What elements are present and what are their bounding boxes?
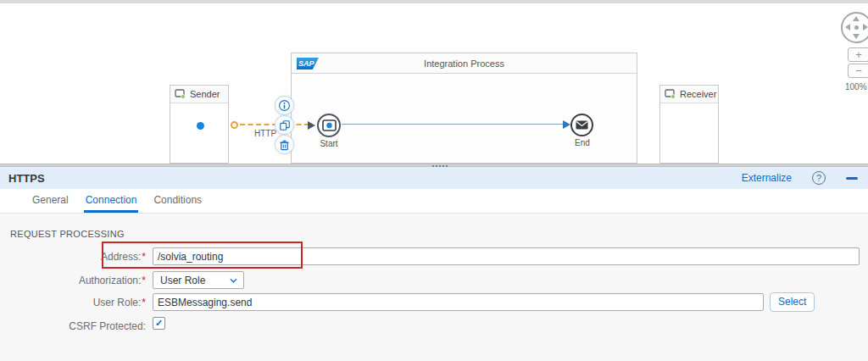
csrf-protected-checkbox[interactable]: ✓ [153,317,165,330]
start-event-node[interactable] [317,114,341,137]
message-flow-arrowhead [308,121,315,130]
connection-form: REQUEST PROCESSING Address:* Authorizati… [0,214,868,361]
sequence-flow-line[interactable] [342,124,565,125]
select-role-button[interactable]: Select [770,292,815,312]
user-role-input[interactable] [153,293,764,311]
participant-icon [175,89,186,99]
end-event-node[interactable] [570,114,593,136]
properties-panel-header: HTTPS Externalize ? [0,167,868,189]
authorization-selected-value: User Role [153,275,230,286]
authorization-dropdown[interactable]: User Role [153,271,244,289]
panel-actions: Externalize ? [742,171,868,185]
sender-label: Sender [190,89,220,99]
zoom-level-indicator: 100% [845,82,867,92]
sap-cpi-flow-editor: Sender Receiver SAP Integration Process [0,0,868,361]
properties-panel: HTTPS Externalize ? General Connection C… [0,167,868,361]
csrf-protected-field-label: CSRF Protected: [0,320,146,332]
message-start-icon [322,119,337,131]
pan-down-icon[interactable] [853,34,860,39]
address-input[interactable] [153,247,860,265]
trash-icon [279,139,290,151]
receiver-participant-box[interactable]: Receiver [659,85,719,164]
address-field-label: Address:* [0,251,146,263]
zoom-out-button[interactable]: − [848,64,868,78]
pan-right-icon[interactable] [863,24,868,31]
required-asterisk: * [142,297,146,308]
flow-info-button[interactable] [275,96,294,115]
participant-icon [665,89,676,99]
panel-title: HTTPS [8,172,45,185]
chevron-down-icon [230,278,237,283]
integration-process-title: Integration Process [292,53,637,74]
pan-center-dot[interactable] [854,25,859,30]
receiver-header: Receiver [660,86,718,103]
receiver-label: Receiver [680,89,716,99]
zoom-in-button[interactable]: + [848,47,868,62]
info-icon [278,99,291,112]
sequence-flow-arrowhead [563,120,570,129]
canvas-top-divider [0,0,868,3]
http-protocol-label: HTTP [254,129,276,138]
help-icon[interactable]: ? [812,171,826,185]
iflow-canvas[interactable]: Sender Receiver SAP Integration Process [0,0,868,164]
tab-connection[interactable]: Connection [84,189,139,213]
flow-delete-button[interactable] [275,135,294,154]
externalize-link[interactable]: Externalize [742,172,792,184]
message-flow-origin-ring[interactable] [231,121,238,129]
end-event-label: End [568,138,597,147]
pan-left-icon[interactable] [845,24,850,31]
integration-process-header: SAP Integration Process [292,53,637,74]
minimize-panel-icon[interactable] [846,177,858,180]
sender-participant-box[interactable]: Sender [170,85,229,164]
required-asterisk: * [142,251,146,263]
request-processing-section-title: REQUEST PROCESSING [10,229,125,239]
sender-header: Sender [170,86,228,103]
pan-up-icon[interactable] [853,16,860,21]
user-role-field-label: User Role:* [0,297,146,308]
tab-conditions[interactable]: Conditions [152,189,203,213]
required-asterisk: * [142,275,146,286]
flow-copy-button[interactable] [275,115,294,135]
sender-endpoint-dot[interactable] [197,122,204,130]
message-end-icon [576,120,588,130]
authorization-field-label: Authorization:* [0,275,146,286]
panel-tabstrip: General Connection Conditions [0,189,868,214]
start-event-label: Start [314,139,344,148]
copy-icon [279,119,291,131]
pan-navigation-control[interactable] [841,12,868,43]
tab-general[interactable]: General [31,189,70,213]
